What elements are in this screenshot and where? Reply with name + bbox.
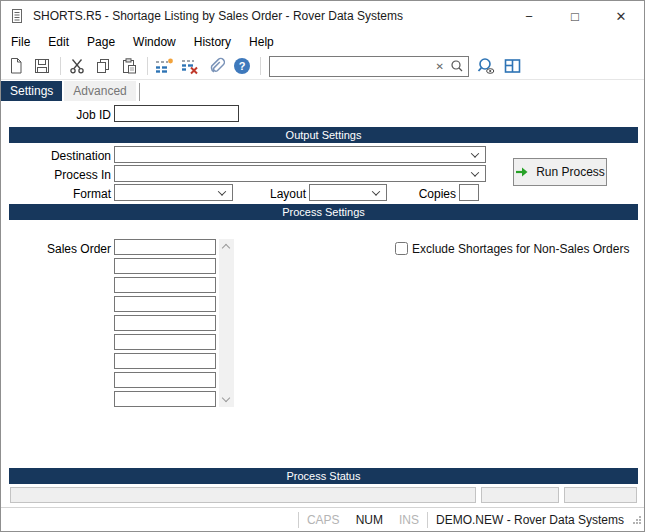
sales-order-input[interactable] <box>114 315 216 331</box>
sales-order-label: Sales Order <box>1 242 111 256</box>
sales-order-input[interactable] <box>114 239 216 255</box>
search-input[interactable] <box>270 59 431 73</box>
job-id-input[interactable] <box>114 105 239 122</box>
menu-history[interactable]: History <box>185 31 240 53</box>
process-status-header: Process Status <box>9 468 638 484</box>
menu-edit[interactable]: Edit <box>39 31 78 53</box>
output-settings-header: Output Settings <box>9 127 638 143</box>
tab-advanced[interactable]: Advanced <box>64 81 135 101</box>
menu-window[interactable]: Window <box>124 31 185 53</box>
tab-divider <box>139 83 140 101</box>
title-bar: SHORTS.R5 - Shortage Listing by Sales Or… <box>1 1 644 31</box>
sales-order-input[interactable] <box>114 258 216 274</box>
exclude-shortages-label: Exclude Shortages for Non-Sales Orders <box>412 242 629 256</box>
process-status-fields <box>1 487 645 503</box>
sales-order-input[interactable] <box>114 277 216 293</box>
destination-label: Destination <box>1 149 111 163</box>
sales-order-input[interactable] <box>114 391 216 407</box>
toolbar-separator <box>60 57 61 75</box>
chevron-down-icon <box>471 168 479 176</box>
window-title: SHORTS.R5 - Shortage Listing by Sales Or… <box>33 9 403 23</box>
record-search-icon[interactable] <box>474 55 498 77</box>
session-label: DEMO.NEW - Rover Data Systems <box>428 513 632 527</box>
insert-rows-icon[interactable] <box>152 55 176 77</box>
toolbar-separator <box>147 57 148 75</box>
menu-page[interactable]: Page <box>78 31 124 53</box>
ins-indicator: INS <box>391 513 427 527</box>
process-status-field <box>564 487 637 503</box>
chevron-down-icon <box>471 149 479 157</box>
scroll-up-icon[interactable] <box>222 244 230 252</box>
sales-order-input[interactable] <box>114 334 216 350</box>
destination-dropdown[interactable] <box>114 146 486 163</box>
copies-label: Copies <box>346 187 456 201</box>
format-label: Format <box>1 187 111 201</box>
app-document-icon <box>9 8 25 24</box>
paste-icon[interactable] <box>117 55 141 77</box>
cut-icon[interactable] <box>65 55 89 77</box>
toolbar-search: ✕ <box>269 56 469 77</box>
app-window: SHORTS.R5 - Shortage Listing by Sales Or… <box>0 0 645 532</box>
help-glyph: ? <box>234 58 250 74</box>
search-clear-icon[interactable]: ✕ <box>431 61 449 72</box>
process-settings-header: Process Settings <box>9 204 638 220</box>
copies-input[interactable] <box>459 184 479 201</box>
run-arrow-icon <box>515 166 530 178</box>
status-bar: CAPS NUM INS DEMO.NEW - Rover Data Syste… <box>1 507 644 531</box>
search-icon[interactable] <box>449 58 465 74</box>
caps-indicator: CAPS <box>299 513 348 527</box>
sales-order-scrollbar[interactable] <box>219 239 234 407</box>
menu-file[interactable]: File <box>2 31 39 53</box>
sales-order-input[interactable] <box>114 353 216 369</box>
process-in-dropdown[interactable] <box>114 165 486 182</box>
form-view-icon[interactable] <box>500 55 524 77</box>
scroll-down-icon[interactable] <box>222 394 230 402</box>
tab-settings[interactable]: Settings <box>1 81 62 101</box>
close-button[interactable]: ✕ <box>598 1 644 31</box>
sales-order-input[interactable] <box>114 296 216 312</box>
delete-rows-icon[interactable] <box>178 55 202 77</box>
exclude-shortages-checkbox[interactable] <box>395 242 408 255</box>
save-icon[interactable] <box>30 55 54 77</box>
toolbar: ? ✕ <box>1 53 644 80</box>
process-status-field <box>10 487 476 503</box>
sales-order-list <box>114 239 216 410</box>
new-document-icon[interactable] <box>4 55 28 77</box>
sales-order-input[interactable] <box>114 372 216 388</box>
job-id-label: Job ID <box>1 108 111 122</box>
process-status-field <box>481 487 559 503</box>
resize-grip[interactable] <box>632 515 642 525</box>
toolbar-separator <box>260 57 261 75</box>
maximize-button[interactable]: □ <box>552 1 598 31</box>
copy-icon[interactable] <box>91 55 115 77</box>
help-icon[interactable]: ? <box>230 55 254 77</box>
run-process-button[interactable]: Run Process <box>513 158 607 186</box>
num-indicator: NUM <box>348 513 391 527</box>
menu-help[interactable]: Help <box>240 31 283 53</box>
attachment-icon[interactable] <box>204 55 228 77</box>
run-process-label: Run Process <box>536 165 605 179</box>
process-in-label: Process In <box>1 168 111 182</box>
minimize-button[interactable]: − <box>506 1 552 31</box>
layout-label: Layout <box>196 187 306 201</box>
menu-bar: File Edit Page Window History Help <box>1 31 644 53</box>
tab-bar: Settings Advanced <box>1 81 140 101</box>
